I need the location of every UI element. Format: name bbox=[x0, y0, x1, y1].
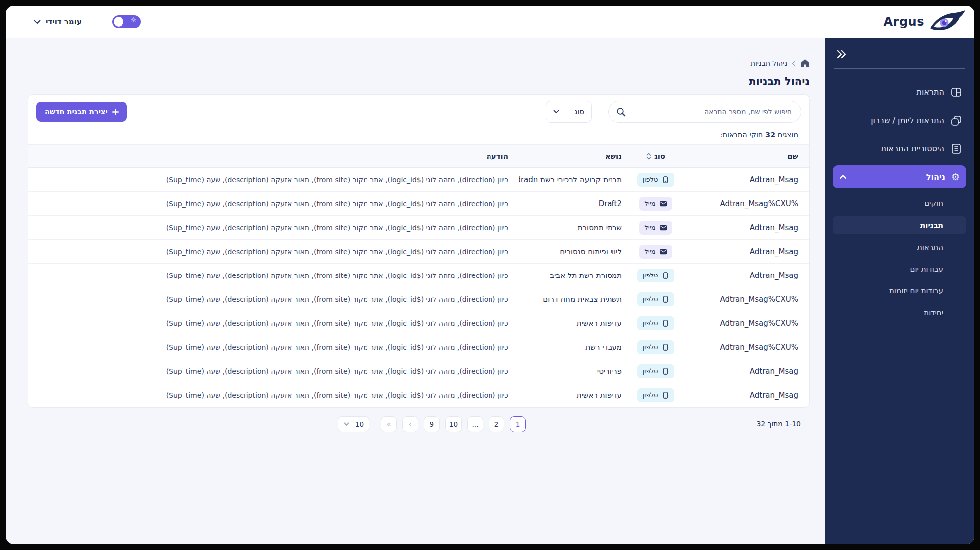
page-2-button[interactable]: 2 bbox=[489, 416, 504, 432]
topbar-left: עומר דוידי ☼ bbox=[34, 15, 141, 28]
table-body: Adtran_Msag טלפון תבנית קבועה לרכיבי רשת… bbox=[28, 168, 809, 407]
collapse-sidebar-button[interactable] bbox=[835, 49, 848, 61]
pages-ellipsis-button[interactable]: ... bbox=[467, 416, 483, 432]
sub-item-label: התראות bbox=[917, 243, 943, 252]
cell-name: Adtran_Msag bbox=[679, 216, 809, 240]
templates-table: שם סוג נושא הודעה bbox=[28, 144, 809, 407]
results-summary: מוצגים 32 חוקי התראות: bbox=[28, 129, 809, 144]
pagination-range-label: 1-10 מתוך 32 bbox=[756, 420, 801, 428]
create-template-label: יצירת תבנית חדשה bbox=[45, 108, 108, 116]
table-row[interactable]: Adtran_Msag מייל ליווי ופיתוח סנסורים כי… bbox=[28, 240, 809, 264]
argus-eye-icon bbox=[929, 10, 966, 33]
management-subnav: חוקים תבניות התראות עבודות יום עבודות יו… bbox=[833, 192, 966, 324]
type-badge: טלפון bbox=[637, 388, 674, 402]
type-filter-select[interactable]: סוג bbox=[546, 101, 592, 123]
column-header-message: הודעה bbox=[28, 145, 519, 168]
theme-toggle[interactable]: ☼ bbox=[112, 15, 141, 28]
type-badge-label: מייל bbox=[644, 224, 655, 231]
cell-name: Adtran_Msag bbox=[679, 359, 809, 383]
sidebar-item-log-alerts[interactable]: התראות ליומן / שברון bbox=[833, 106, 966, 135]
type-badge-label: טלפון bbox=[642, 343, 658, 351]
summary-prefix: מוצגים bbox=[778, 131, 798, 138]
sidebar-item-label: התראות bbox=[916, 87, 944, 97]
search-input[interactable] bbox=[631, 107, 793, 116]
cell-name: Adtran_Msag%CXU% bbox=[679, 335, 809, 359]
pager-jump-button[interactable]: « bbox=[381, 416, 397, 432]
page-10-button[interactable]: 10 bbox=[445, 416, 462, 432]
create-template-button[interactable]: יצירת תבנית חדשה bbox=[36, 102, 127, 122]
toolbar: סוג יצירת תבנית חדשה bbox=[28, 95, 809, 129]
type-filter-label: סוג bbox=[575, 108, 584, 116]
table-row[interactable]: Adtran_Msag טלפון פריוריטי כיוון (direct… bbox=[28, 359, 809, 383]
phone-icon bbox=[662, 176, 669, 184]
type-badge-label: טלפון bbox=[642, 367, 658, 375]
type-badge-label: טלפון bbox=[642, 391, 658, 399]
type-badge: מייל bbox=[639, 197, 672, 211]
table-row[interactable]: Adtran_Msag טלפון עדיפות ראשית כיוון (di… bbox=[28, 383, 809, 407]
page-9-button[interactable]: 9 bbox=[424, 416, 440, 432]
search-box bbox=[608, 101, 801, 123]
toggle-knob bbox=[114, 17, 123, 27]
user-menu[interactable]: עומר דוידי bbox=[34, 17, 82, 26]
main-content: ניהול תבניות ניהול תבניות סוג bbox=[6, 38, 825, 544]
type-badge: טלפון bbox=[637, 364, 674, 378]
sidebar-subitem-alerts[interactable]: התראות bbox=[833, 236, 966, 258]
page-title: ניהול תבניות bbox=[28, 75, 810, 87]
page-size-select[interactable]: 10 bbox=[338, 416, 369, 432]
sub-item-label: תבניות bbox=[920, 221, 943, 230]
sidebar-item-alert-history[interactable]: היסטוריית התראות bbox=[833, 135, 966, 163]
cell-subject: ליווי ופיתוח סנסורים bbox=[519, 240, 633, 264]
table-row[interactable]: Adtran_Msag מייל שרתי תמסורת כיוון (dire… bbox=[28, 216, 809, 240]
table-row[interactable]: Adtran_Msag%CXU% טלפון תשתית צבאית מחוז … bbox=[28, 287, 809, 311]
cell-message: כיוון (direction), מזהה לוגי ($logic_id)… bbox=[28, 311, 519, 335]
cell-subject: Draft2 bbox=[519, 192, 633, 216]
chevron-down-icon bbox=[34, 20, 41, 24]
type-badge-label: מייל bbox=[644, 248, 655, 255]
cell-subject: תבנית קבועה לרכיבי רשת Ddradn bbox=[519, 168, 633, 192]
type-badge: טלפון bbox=[637, 269, 674, 282]
table-row[interactable]: Adtran_Msag טלפון תמסורת רשת תל אביב כיו… bbox=[28, 264, 809, 287]
toolbar-divider bbox=[600, 104, 600, 119]
summary-count: 32 bbox=[765, 131, 775, 138]
cell-type: טלפון bbox=[633, 287, 679, 311]
table-row[interactable]: Adtran_Msag%CXU% טלפון מעבדי רשת כיוון (… bbox=[28, 335, 809, 359]
mail-icon bbox=[659, 200, 667, 208]
cell-type: מייל bbox=[633, 240, 679, 264]
sub-item-label: חוקים bbox=[924, 199, 943, 208]
cell-message: כיוון (direction), מזהה לוגי ($logic_id)… bbox=[28, 359, 519, 383]
sun-icon: ☼ bbox=[130, 16, 137, 24]
table-row[interactable]: Adtran_Msag%CXU% טלפון עדיפות ראשית כיוו… bbox=[28, 311, 809, 335]
cell-subject: פריוריטי bbox=[519, 359, 633, 383]
sub-item-label: עבודות יום bbox=[910, 265, 943, 274]
breadcrumb-home[interactable] bbox=[800, 59, 810, 68]
sidebar-subitem-templates[interactable]: תבניות bbox=[833, 216, 966, 234]
sidebar-subitem-units[interactable]: יחידות bbox=[833, 302, 966, 324]
type-badge: טלפון bbox=[637, 316, 674, 330]
sidebar-subitem-initiated-day-jobs[interactable]: עבודות יום יזומות bbox=[833, 280, 966, 302]
type-badge-label: טלפון bbox=[642, 295, 658, 303]
cell-message: כיוון (direction), מזהה לוגי ($logic_id)… bbox=[28, 264, 519, 287]
table-row[interactable]: Adtran_Msag טלפון תבנית קבועה לרכיבי רשת… bbox=[28, 168, 809, 192]
breadcrumb: ניהול תבניות bbox=[28, 59, 810, 68]
cell-name: Adtran_Msag%CXU% bbox=[679, 287, 809, 311]
phone-icon bbox=[662, 295, 669, 303]
phone-icon bbox=[662, 367, 669, 375]
table-row[interactable]: Adtran_Msag%CXU% מייל Draft2 כיוון (dire… bbox=[28, 192, 809, 216]
page-1-button[interactable]: 1 bbox=[510, 416, 526, 432]
sidebar-item-alerts[interactable]: התראות bbox=[833, 78, 966, 106]
sub-item-label: יחידות bbox=[924, 308, 943, 317]
type-badge: טלפון bbox=[637, 292, 674, 306]
pager-step-button[interactable]: ‹ bbox=[402, 416, 418, 432]
sidebar: התראות התראות ליומן / שברון היסטוריית הת… bbox=[825, 38, 974, 544]
cell-subject: עדיפות ראשית bbox=[519, 383, 633, 407]
cell-name: Adtran_Msag bbox=[679, 383, 809, 407]
sidebar-divider bbox=[834, 68, 965, 69]
sidebar-item-management[interactable]: ⚙ ניהול bbox=[833, 165, 966, 188]
table-header-row: שם סוג נושא הודעה bbox=[28, 145, 809, 168]
column-header-type[interactable]: סוג bbox=[633, 145, 679, 168]
sidebar-subitem-day-jobs[interactable]: עבודות יום bbox=[833, 258, 966, 280]
cell-type: טלפון bbox=[633, 359, 679, 383]
cell-type: טלפון bbox=[633, 383, 679, 407]
sidebar-subitem-rules[interactable]: חוקים bbox=[833, 192, 966, 214]
cell-name: Adtran_Msag%CXU% bbox=[679, 192, 809, 216]
